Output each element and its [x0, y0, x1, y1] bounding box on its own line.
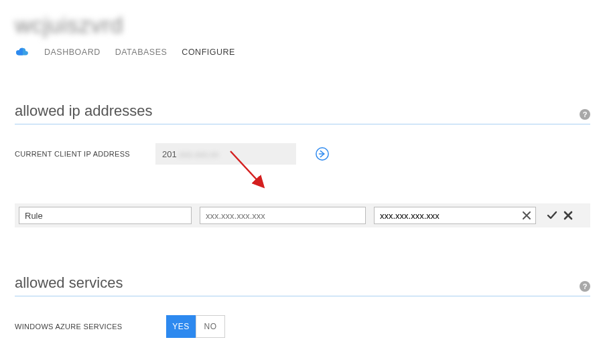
- add-ip-button[interactable]: [315, 147, 330, 161]
- label-azure-services: WINDOWS AZURE SERVICES: [15, 323, 147, 331]
- help-icon[interactable]: ?: [580, 281, 590, 292]
- section-head: allowed ip addresses ?: [15, 102, 590, 124]
- row-azure-services: WINDOWS AZURE SERVICES YES NO: [15, 315, 590, 338]
- label-current-ip: CURRENT CLIENT IP ADDRESS: [15, 150, 150, 158]
- section-title: allowed ip addresses: [15, 102, 152, 120]
- help-icon[interactable]: ?: [580, 109, 590, 120]
- x-bold-icon: [563, 210, 574, 221]
- rule-end-ip-wrap: [374, 207, 536, 224]
- section-head: allowed services ?: [15, 274, 590, 296]
- rule-name-input[interactable]: [19, 207, 192, 224]
- clear-input-button[interactable]: [521, 209, 533, 221]
- rule-end-ip-input[interactable]: [375, 207, 535, 223]
- toggle-yes-button[interactable]: YES: [166, 315, 196, 338]
- current-ip-prefix: 201: [162, 149, 177, 159]
- tabbar: DASHBOARD DATABASES CONFIGURE: [15, 41, 590, 64]
- section-allowed-services: allowed services ? WINDOWS AZURE SERVICE…: [15, 274, 590, 338]
- current-ip-rest: .xxx.xxx.xx: [177, 149, 219, 159]
- tab-databases[interactable]: DATABASES: [115, 48, 167, 57]
- tab-configure[interactable]: CONFIGURE: [182, 48, 235, 57]
- section-allowed-ip: allowed ip addresses ? CURRENT CLIENT IP…: [15, 102, 590, 227]
- toggle-no-button[interactable]: NO: [196, 315, 225, 338]
- section-title: allowed services: [15, 274, 123, 292]
- page-title: wcjuiszvrd: [15, 0, 590, 41]
- tab-dashboard[interactable]: DASHBOARD: [44, 48, 100, 57]
- arrow-circle-right-icon: [315, 147, 330, 161]
- x-icon: [523, 211, 531, 219]
- row-current-ip: CURRENT CLIENT IP ADDRESS 201.xxx.xxx.xx: [15, 143, 590, 165]
- current-ip-value: 201.xxx.xxx.xx: [155, 143, 296, 165]
- row-actions: [547, 210, 574, 221]
- confirm-rule-button[interactable]: [547, 210, 557, 221]
- cancel-rule-button[interactable]: [563, 210, 574, 221]
- toggle-azure-services: YES NO: [166, 315, 225, 338]
- rule-row: [15, 203, 590, 227]
- cloud-icon: [15, 47, 29, 58]
- rule-start-ip-input[interactable]: [200, 207, 366, 224]
- check-icon: [547, 210, 557, 221]
